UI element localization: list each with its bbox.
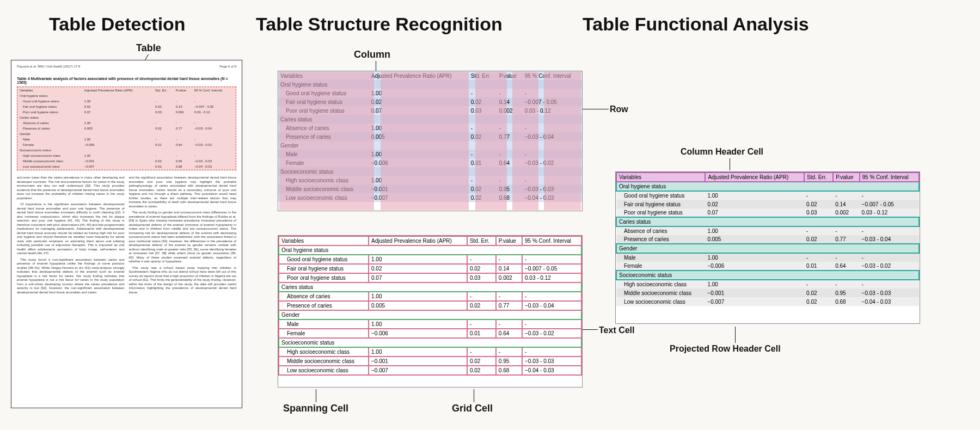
grid-cell: 0.77 (496, 301, 522, 310)
table-cell: Absence of caries (616, 226, 705, 235)
table-cell: 0.002 (833, 208, 859, 217)
doc-text: The study finding on gender and socioeco… (129, 211, 237, 264)
table-row: Presence of caries0.0050.020.77−0.03 - 0… (616, 235, 919, 244)
table-cell: Caries status (278, 115, 369, 124)
table-cell (523, 167, 582, 176)
table-cell: - (833, 226, 859, 235)
table-cell: P.value (497, 71, 523, 80)
table-row: Poor oral hygiene status0.070.030.0020.0… (278, 106, 582, 115)
table-cell: - (497, 176, 523, 185)
grid-cell: 1.00 (369, 347, 467, 357)
table-row: Middle socioeconomic class−0.0010.020.95… (279, 357, 581, 366)
detected-table-region: VariablesAdjusted Prevalence Ratio (APR)… (17, 87, 236, 170)
table-cell: 0.95 (497, 185, 523, 193)
grid-cell: - (522, 292, 581, 301)
table-cell (497, 115, 523, 124)
table-cell: - (804, 280, 833, 288)
grid-cell: Good oral hygiene status (279, 255, 369, 264)
grid-cell: −0.006 (369, 329, 467, 338)
table-cell: 0.02 (804, 200, 833, 208)
table-cell (469, 80, 497, 89)
source-document-page: Popoola et al. BMC Oral Health (2017) 17… (11, 60, 242, 408)
table-row: Male1.00--- (616, 253, 919, 262)
grid-cell: −0.007 - 0.05 (522, 264, 581, 273)
table-cell: Female (616, 262, 705, 271)
header-cell: Variables (279, 236, 369, 245)
doc-journal: Popoola et al. BMC Oral Health (2017) 17… (17, 65, 80, 68)
table-row: Low socioeconomic class−0.0070.020.68−0.… (616, 297, 919, 306)
table-cell: Absence of caries (278, 124, 369, 132)
table-row: Caries status (279, 282, 581, 292)
table-cell (523, 141, 582, 150)
table-cell: 0.02 (469, 185, 497, 193)
table-cell: - (860, 191, 919, 200)
table-cell: - (833, 280, 859, 288)
table-row: Fair oral hygiene status0.020.020.14−0.0… (279, 264, 581, 273)
table-row: Oral hygiene status (616, 182, 919, 191)
table-cell (523, 115, 582, 124)
table-cell: 0.68 (833, 297, 859, 306)
table-cell: 0.03 (804, 208, 833, 217)
table-cell: - (523, 150, 582, 158)
grid-cell: 0.03 - 0.12 (522, 273, 581, 282)
table-row: Socioeconomic status (279, 338, 581, 347)
table-cell: - (469, 124, 497, 132)
doc-text: This study was a school based study impl… (129, 266, 237, 295)
table-cell: 0.005 (369, 132, 469, 141)
table-cell: −0.006 (705, 262, 804, 271)
table-cell: Std. Err. (469, 71, 497, 80)
grid-cell: - (496, 320, 522, 329)
table-row: Socioeconomic status (616, 271, 919, 280)
label-spanning-cell: Spanning Cell (283, 403, 348, 414)
table-cell: 0.02 (469, 132, 497, 141)
grid-cell: - (496, 292, 522, 301)
table-row: Female−0.0060.010.64−0.03 - 0.02 (616, 262, 919, 271)
doc-text: and even lower than the caries prevalenc… (17, 176, 125, 200)
table-row: Poor oral hygiene status0.070.030.0020.0… (279, 273, 581, 282)
table-cell: - (804, 226, 833, 235)
grid-cell: Male (279, 320, 369, 329)
table-cell: 0.77 (497, 132, 523, 141)
table-cell: 0.77 (833, 235, 859, 244)
table-cell: - (860, 226, 919, 235)
grid-cell: - (496, 347, 522, 357)
header-cell: Adjusted Prevalence Ratio (APR) (369, 236, 467, 245)
column-header-cell: P.value (833, 173, 859, 182)
table-row: Presence of caries0.0050.020.77−0.03 - 0… (279, 301, 581, 310)
grid-cell: Middle socioeconomic class (279, 357, 369, 366)
grid-cell: - (467, 320, 496, 329)
table-cell: Low socioeconomic class (278, 193, 369, 202)
table-row: High socioeconomic class1.00--- (278, 176, 582, 185)
table-cell: Presence of caries (278, 132, 369, 141)
table-row: Gender (616, 244, 919, 253)
table-row: Low socioeconomic class−0.0070.020.68−0.… (279, 366, 581, 375)
table-cell (497, 80, 523, 89)
table-cell: 0.14 (833, 200, 859, 208)
table-row: Fair oral hygiene status0.020.020.14−0.0… (616, 200, 919, 208)
callout-line (316, 389, 316, 402)
grid-cell: 0.95 (496, 357, 522, 366)
grid-cell: - (522, 320, 581, 329)
spanning-cell: Caries status (279, 282, 581, 292)
table-cell: 0.95 (833, 288, 859, 297)
table-cell: −0.007 (705, 297, 804, 306)
table-cell: 0.02 (469, 193, 497, 202)
functional-analysis-panel: VariablesAdjusted Prevalence Ratio (APR)… (615, 171, 920, 324)
column-header-cell: 95 % Conf. Interval (860, 173, 919, 182)
table-cell: 0.01 (469, 158, 497, 167)
grid-cell: High socioeconomic class (279, 347, 369, 357)
table-cell: 0.07 (369, 106, 469, 115)
table-row: High socioeconomic class1.00--- (279, 347, 581, 357)
table-row: Male1.00--- (279, 320, 581, 329)
doc-page-number: Page 6 of 8 (219, 65, 236, 68)
table-row: Oral hygiene status (279, 245, 581, 255)
table-cell: - (833, 253, 859, 262)
grid-cell: 0.14 (496, 264, 522, 273)
grid-cell: −0.04 - 0.03 (522, 366, 581, 375)
table-cell: Low socioeconomic class (616, 297, 705, 306)
label-grid-cell: Grid Cell (452, 403, 493, 414)
table-cell: −0.03 - 0.02 (860, 262, 919, 271)
callout-line (474, 389, 474, 402)
column-header-cell: Adjusted Prevalence Ratio (APR) (705, 173, 804, 182)
column-header-cell: Std. Err. (804, 173, 833, 182)
